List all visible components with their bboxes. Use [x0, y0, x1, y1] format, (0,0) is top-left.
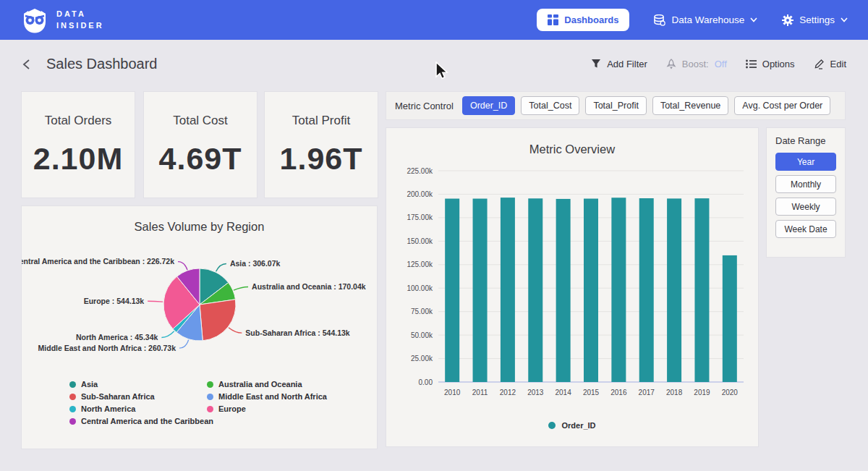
metric-button-total-profit[interactable]: Total_Profit: [585, 96, 647, 115]
pie-label-sub-saharan-africa: Sub-Saharan Africa : 544.13k: [245, 328, 349, 337]
back-button[interactable]: [22, 56, 36, 72]
x-axis-tick-2010: 2010: [444, 389, 461, 396]
boost-label: Boost:: [682, 59, 709, 69]
pie-legend-item-europe[interactable]: Europe: [207, 404, 377, 413]
pie-label-europe: Europe : 544.13k: [84, 297, 145, 305]
pie-leader-line-north-america: [161, 331, 174, 338]
date-range-button-monthly[interactable]: Monthly: [775, 175, 836, 193]
pie-leader-line-central-america-and-the-caribbean: [178, 262, 187, 270]
y-axis-tick: 175.00k: [407, 213, 433, 221]
legend-dot: [207, 381, 213, 388]
bar-2015[interactable]: [584, 199, 598, 382]
legend-dot: [207, 406, 213, 412]
pie-label-australia-and-oceania: Australia and Oceania : 170.04k: [252, 282, 366, 291]
gear-icon: [782, 14, 793, 26]
sales-volume-card: Sales Volume by Region Asia : 306.07kAus…: [22, 206, 377, 449]
page-title: Sales Dashboard: [46, 56, 157, 72]
pie-legend-item-sub-saharan-africa[interactable]: Sub-Saharan Africa: [69, 392, 207, 401]
kpi-value: 2.10M: [33, 141, 124, 177]
pie-label-asia: Asia : 306.07k: [230, 259, 281, 268]
legend-label: Central America and the Caribbean: [81, 417, 213, 425]
date-range-button-year[interactable]: Year: [775, 153, 836, 171]
brand-line2: INSIDER: [56, 20, 104, 32]
metric-overview-card: Metric Overview 225.00k200.00k175.00k150…: [386, 128, 758, 446]
kpi-value: 1.96T: [280, 141, 363, 177]
metric-button-avg-cost-per-order[interactable]: Avg. Cost per Order: [734, 96, 830, 115]
page-header: Sales Dashboard Add Filter Boost: Off Op…: [0, 40, 868, 88]
pie-legend-item-australia-and-oceania[interactable]: Australia and Oceania: [207, 380, 377, 389]
legend-dot: [69, 406, 76, 412]
bar-2018[interactable]: [667, 198, 681, 382]
date-range-button-weekly[interactable]: Weekly: [775, 198, 836, 216]
legend-label: Australia and Oceania: [218, 380, 302, 389]
pie-legend-item-middle-east-and-north-africa[interactable]: Middle East and North Africa: [207, 392, 377, 401]
x-axis-tick-2011: 2011: [472, 389, 488, 396]
pie-legend-item-asia[interactable]: Asia: [69, 380, 207, 389]
pie-chart-title: Sales Volume by Region: [22, 206, 377, 234]
pie-leader-line-australia-and-oceania: [234, 287, 248, 291]
bar-2014[interactable]: [556, 199, 571, 382]
list-options-icon: [746, 59, 757, 69]
y-axis-tick: 0.00: [419, 378, 433, 386]
metric-button-total-revenue[interactable]: Total_Revenue: [652, 96, 728, 115]
x-axis-tick-2016: 2016: [610, 389, 627, 396]
kpi-card-total-cost: Total Cost 4.69T: [144, 92, 257, 198]
pie-legend-item-central-america-and-the-caribbean[interactable]: Central America and the Caribbean: [69, 417, 207, 425]
pie-leader-line-sub-saharan-africa: [229, 328, 242, 333]
y-axis-tick: 200.00k: [407, 190, 433, 198]
bar-chart-title: Metric Overview: [386, 128, 758, 156]
bar-2017[interactable]: [639, 198, 654, 382]
nav-dashboards-button[interactable]: Dashboards: [537, 9, 629, 31]
boost-toggle[interactable]: Boost: Off: [666, 59, 727, 69]
filter-funnel-icon: [591, 59, 601, 69]
bar-2012[interactable]: [501, 198, 515, 382]
chevron-down-icon: [841, 17, 848, 22]
nav-settings-label: Settings: [799, 14, 835, 25]
bar-2013[interactable]: [528, 198, 542, 382]
x-axis-tick-2012: 2012: [500, 389, 516, 396]
database-icon: [654, 14, 665, 26]
date-range-label: Date Range: [775, 135, 836, 146]
legend-label: Europe: [218, 404, 246, 413]
bar-2019[interactable]: [694, 198, 709, 382]
add-filter-button[interactable]: Add Filter: [591, 59, 647, 69]
metric-button-order-id[interactable]: Order_ID: [462, 96, 515, 115]
bar-2016[interactable]: [611, 198, 626, 382]
pie-slice-sub-saharan-africa[interactable]: [200, 300, 236, 341]
nav-data-warehouse[interactable]: Data Warehouse: [654, 14, 757, 26]
x-axis-tick-2018: 2018: [666, 389, 683, 396]
brand-logo[interactable]: DATA INSIDER: [20, 6, 104, 35]
boost-value: Off: [715, 59, 727, 69]
y-axis-tick: 100.00k: [407, 284, 433, 292]
add-filter-label: Add Filter: [607, 59, 647, 69]
rocket-icon: [666, 59, 676, 69]
options-label: Options: [762, 59, 795, 69]
dashboard-grid-icon: [548, 14, 558, 25]
bar-2020[interactable]: [723, 255, 737, 382]
legend-label: North America: [81, 404, 135, 413]
bar-chart-legend[interactable]: Order_ID: [386, 421, 758, 430]
options-button[interactable]: Options: [746, 59, 795, 69]
edit-button[interactable]: Edit: [814, 59, 846, 69]
pie-leader-line-middle-east-and-north-africa: [179, 340, 189, 348]
nav-settings[interactable]: Settings: [782, 14, 848, 26]
y-axis-tick: 25.00k: [411, 355, 433, 362]
pie-legend: AsiaAustralia and OceaniaSub-Saharan Afr…: [69, 380, 377, 425]
legend-dot: [69, 381, 76, 388]
kpi-label: Total Profit: [292, 114, 350, 128]
bar-2011[interactable]: [473, 199, 488, 382]
date-range-button-week-date[interactable]: Week Date: [775, 220, 836, 238]
edit-label: Edit: [830, 59, 846, 69]
top-navbar: DATA INSIDER Dashboards Data Warehouse: [0, 0, 868, 40]
metric-button-total-cost[interactable]: Total_Cost: [521, 96, 579, 115]
pie-legend-item-north-america[interactable]: North America: [69, 404, 207, 413]
pie-leader-line-asia: [216, 264, 226, 272]
x-axis-tick-2020: 2020: [722, 389, 739, 396]
kpi-value: 4.69T: [159, 141, 242, 177]
pencil-edit-icon: [814, 59, 825, 69]
x-axis-tick-2017: 2017: [639, 389, 655, 396]
kpi-card-total-orders: Total Orders 2.10M: [22, 92, 135, 198]
x-axis-tick-2015: 2015: [583, 389, 600, 396]
x-axis-tick-2019: 2019: [694, 389, 710, 396]
bar-2010[interactable]: [445, 199, 459, 382]
